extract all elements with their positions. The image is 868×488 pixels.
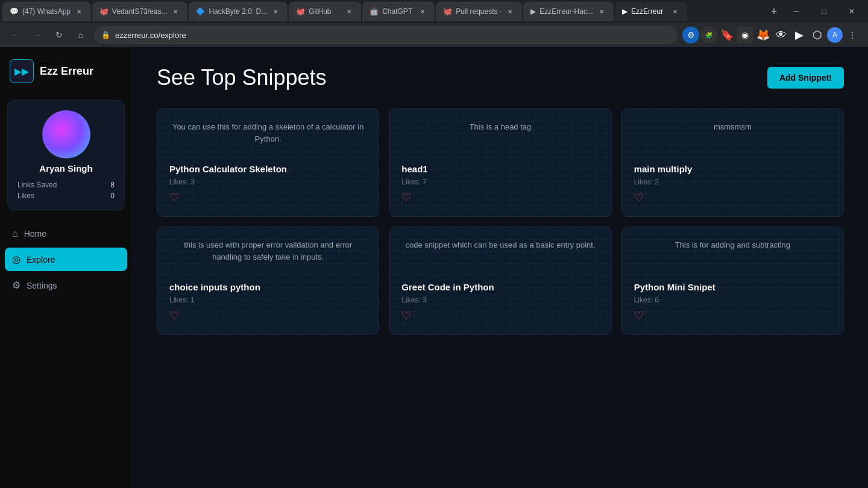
tab-favicon: 🐙 [296,7,305,16]
brand-icon-symbol: ▶▶ [14,66,29,77]
tab-hackbyte[interactable]: 🔷 HackByte 2.0: D... ✕ [189,2,288,21]
brand-logo[interactable]: ▶▶ Ezz Erreur [0,47,132,95]
snippet-footer: head1 Likes: 7 ♡ [401,164,599,204]
sidebar-item-explore[interactable]: ◎ Explore [5,248,127,271]
tab-favicon: 🐙 [443,7,452,16]
address-input-wrap[interactable]: 🔒 ezzerreur.co/explore [94,26,678,44]
forward-button[interactable]: → [29,27,46,43]
tab-favicon: 🐙 [99,7,108,16]
snippet-title: head1 [401,164,599,174]
ext-icon-5[interactable]: 👁 [773,27,790,43]
ext-icon-2[interactable]: 🔖 [719,27,735,43]
tab-title: ChatGPT [382,7,414,16]
snippet-title: main multiply [634,164,831,174]
tab-close-icon[interactable]: ✕ [505,7,515,16]
brand-icon: ▶▶ [10,59,34,83]
tab-title: VedantS73/eas... [112,7,167,16]
tab-title: (47) WhatsApp [22,7,71,16]
snippet-card-main-multiply[interactable]: msmsmsm main multiply Likes: 2 ♡ [621,108,844,217]
settings-nav-icon: ⚙ [12,280,20,291]
stat-value: 0 [110,192,115,200]
tab-favicon: 💬 [10,7,19,16]
tab-close-icon[interactable]: ✕ [418,7,427,16]
profile-icon[interactable]: A [827,27,843,43]
tab-vedants[interactable]: 🐙 VedantS73/eas... ✕ [92,2,187,21]
home-button[interactable]: ⌂ [72,27,89,43]
close-button[interactable]: ✕ [838,0,866,23]
like-button[interactable]: ♡ [401,191,411,204]
snippet-description: msmsmsm [634,121,831,133]
tab-close-icon[interactable]: ✕ [344,7,354,16]
ext-icon-1[interactable]: 🧩 [700,27,717,43]
tab-title: EzzErreur [631,7,667,16]
page-title: See Top Snippets [157,65,327,90]
ext-puzzle-icon[interactable]: ⚙ [682,27,699,43]
tab-favicon: ▶ [622,7,627,16]
menu-button[interactable]: ⋮ [844,27,861,43]
snippet-footer: Python Calculator Skeleton Likes: 3 ♡ [169,164,366,204]
snippet-title: Python Mini Snipet [634,282,831,292]
tab-github[interactable]: 🐙 GitHub ✕ [289,2,361,21]
like-button[interactable]: ♡ [634,309,644,322]
ext-icon-4[interactable]: 🦊 [755,27,772,43]
tab-ezzerreur-hack[interactable]: ▶ EzzErreur-Hac... ✕ [523,2,614,21]
like-button[interactable]: ♡ [634,191,644,204]
tab-favicon: ▶ [530,7,536,16]
ext-icon-7[interactable]: ⬡ [809,27,826,43]
minimize-button[interactable]: ─ [782,0,810,23]
snippet-card-head1[interactable]: This is a head tag head1 Likes: 7 ♡ [389,108,611,217]
snippet-description: This is for adding and subtracting [634,239,831,251]
reload-button[interactable]: ↻ [51,27,68,43]
add-snippet-button[interactable]: Add Snippet! [767,67,844,89]
tab-close-icon[interactable]: ✕ [171,7,180,16]
snippet-card-choice-inputs[interactable]: this is used with proper error validatio… [157,227,379,335]
tab-close-icon[interactable]: ✕ [597,7,606,16]
snippet-card-python-mini[interactable]: This is for adding and subtracting Pytho… [621,227,844,335]
snippet-description: code snippet which can be used as a basi… [401,239,599,251]
tab-title: GitHub [309,7,341,16]
nav-item-label: Explore [27,255,55,264]
new-tab-button[interactable]: + [766,3,782,20]
avatar [42,110,90,158]
main-content: See Top Snippets Add Snippet! You can us… [133,47,868,488]
maximize-button[interactable]: □ [810,0,838,23]
snippet-description: You can use this for adding a skeleton o… [169,121,366,145]
tab-pullreq[interactable]: 🐙 Pull requests · ✕ [436,2,522,21]
snippet-title: Python Calculator Skeleton [169,164,366,174]
tab-title: HackByte 2.0: D... [209,7,267,16]
stat-value: 8 [110,181,115,189]
snippet-card-greet-code[interactable]: code snippet which can be used as a basi… [389,227,611,335]
snippet-title: Greet Code in Python [401,282,599,292]
stat-label: Likes [17,192,34,200]
profile-stats: Links Saved 8 Likes 0 [17,181,115,200]
url-display: ezzerreur.co/explore [115,31,670,40]
tab-close-icon[interactable]: ✕ [271,7,280,16]
back-button[interactable]: ← [7,27,24,43]
like-button[interactable]: ♡ [401,309,411,322]
ext-icon-6[interactable]: ▶ [791,27,808,43]
stat-label: Links Saved [17,181,57,189]
nav-items: ⌂ Home ◎ Explore ⚙ Settings [0,215,132,488]
tab-whatsapp[interactable]: 💬 (47) WhatsApp ✕ [2,2,91,21]
tab-close-icon[interactable]: ✕ [74,7,84,16]
tab-close-icon[interactable]: ✕ [670,7,680,16]
snippet-title: choice inputs python [169,282,366,292]
snippet-description: this is used with proper error validatio… [169,239,366,263]
like-button[interactable]: ♡ [169,309,179,322]
snippet-likes: Likes: 6 [634,296,831,304]
sidebar-item-settings[interactable]: ⚙ Settings [5,274,127,297]
snippet-likes: Likes: 2 [634,178,831,186]
snippets-grid: You can use this for adding a skeleton o… [157,108,844,335]
sidebar-item-home[interactable]: ⌂ Home [5,222,127,245]
explore-nav-icon: ◎ [12,254,20,265]
ext-icon-3[interactable]: ◉ [737,27,753,43]
tab-ezzerreur[interactable]: ▶ EzzErreur ✕ [615,2,687,21]
tab-favicon: 🤖 [370,7,379,16]
snippet-likes: Likes: 3 [169,178,366,186]
tab-bar: 💬 (47) WhatsApp ✕ 🐙 VedantS73/eas... ✕ 🔷… [0,0,868,23]
nav-item-label: Settings [27,281,57,290]
app-layout: ▶▶ Ezz Erreur Aryan Singh Links Saved 8 … [0,47,868,488]
tab-chatgpt[interactable]: 🤖 ChatGPT ✕ [362,2,435,21]
snippet-card-python-calc[interactable]: You can use this for adding a skeleton o… [157,108,379,217]
like-button[interactable]: ♡ [169,191,179,204]
